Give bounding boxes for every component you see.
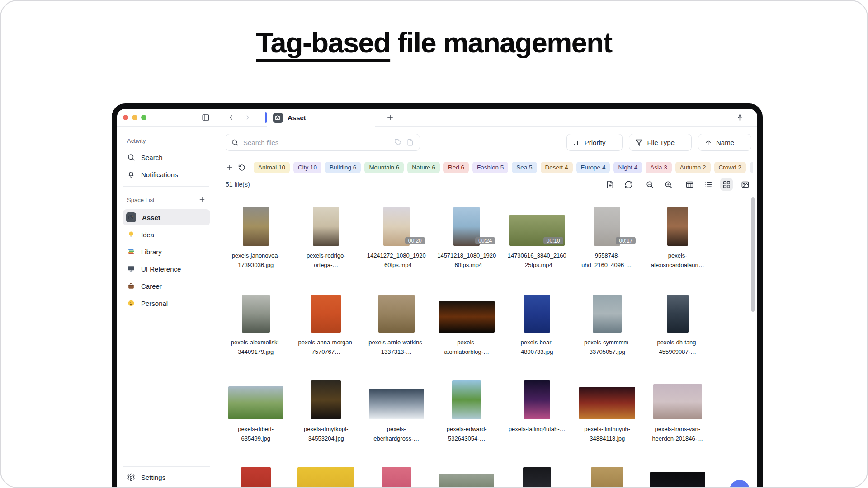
file-card[interactable]: 00:10 14730616_3840_2160_25fps.mp4 — [502, 207, 572, 294]
file-card[interactable] — [361, 467, 432, 488]
file-card[interactable]: pexels-alexmoliski-34409179.jpg — [221, 294, 291, 380]
table-view-button[interactable] — [683, 178, 696, 191]
grid-view-button[interactable] — [720, 178, 733, 191]
sidebar-activity-list: Search Notifications — [123, 149, 210, 183]
list-view-button[interactable] — [702, 178, 714, 191]
file-card[interactable]: pexels-dh-tang-455909087-… — [642, 294, 713, 380]
file-card[interactable]: pexels-eberhardgross-… — [361, 380, 432, 467]
file-name: 14241272_1080_1920_60fps.mp4 — [367, 251, 426, 270]
sort-button-file-type[interactable]: File Type — [629, 134, 692, 151]
nav-back-icon[interactable] — [227, 114, 235, 121]
file-card[interactable] — [221, 467, 291, 488]
tag-filter-icon[interactable] — [394, 139, 402, 146]
reset-tags-button[interactable] — [238, 164, 246, 172]
file-card[interactable]: 00:20 14241272_1080_1920_60fps.mp4 — [361, 207, 432, 294]
file-card[interactable]: pexels-bear-4890733.jpg — [502, 294, 572, 380]
file-card[interactable] — [502, 467, 572, 488]
tag-chip-red[interactable]: Red 6 — [443, 162, 469, 173]
sort-button-priority[interactable]: Priority — [566, 134, 623, 151]
sidebar-item-search[interactable]: Search — [123, 149, 210, 165]
tag-chip-animal[interactable]: Animal 10 — [254, 162, 290, 173]
file-card[interactable]: pexels-rodrigo-ortega-… — [291, 207, 362, 294]
tag-chip-night[interactable]: Night 4 — [613, 162, 642, 173]
table-icon — [685, 180, 694, 189]
tag-chip-crowd[interactable]: Crowd 2 — [714, 162, 746, 173]
image-view-button[interactable] — [739, 178, 751, 191]
new-tab-button[interactable] — [386, 113, 394, 122]
sidebar-space-career[interactable]: Career — [123, 278, 210, 294]
tag-chip-europe[interactable]: Europe 4 — [576, 162, 610, 173]
sidebar-space-asset[interactable]: Asset — [123, 209, 210, 225]
tag-chip-autumn[interactable]: Autumn 2 — [675, 162, 711, 173]
monitor-icon — [127, 265, 135, 273]
search-icon — [231, 139, 239, 146]
pin-icon[interactable] — [736, 114, 744, 122]
add-space-button[interactable] — [198, 196, 206, 203]
sidebar-item-settings[interactable]: Settings — [123, 470, 210, 484]
file-name: pexels-bear-4890733.jpg — [507, 338, 567, 357]
file-card[interactable] — [432, 467, 502, 488]
floating-action-button[interactable] — [730, 480, 750, 488]
sidebar-item-notifications[interactable]: Notifications — [123, 166, 210, 183]
clipped-tag-chip — [750, 162, 753, 173]
tag-chip-building[interactable]: Building 6 — [325, 162, 361, 173]
sidebar-space-ui-reference[interactable]: UI Reference — [123, 261, 210, 277]
tag-chip-desert[interactable]: Desert 4 — [541, 162, 573, 173]
add-tag-button[interactable] — [226, 164, 234, 172]
page-title-underlined: Tag-based — [256, 27, 390, 58]
file-card[interactable]: pexels-alexisricardoalauri… — [642, 207, 713, 294]
toggle-sidebar-icon[interactable] — [202, 113, 210, 122]
import-file-button[interactable] — [604, 178, 616, 191]
zoom-out-icon — [646, 180, 654, 189]
tag-chip-city[interactable]: City 10 — [293, 162, 321, 173]
search-input[interactable] — [226, 134, 420, 151]
tab-asset[interactable]: Asset — [267, 109, 375, 127]
file-card[interactable]: pexels-arnie-watkins-1337313-… — [361, 294, 432, 380]
nav-forward-icon[interactable] — [244, 114, 251, 121]
thumbnail-wrap — [361, 467, 432, 488]
file-card[interactable]: pexels-cymmmm-33705057.jpg — [572, 294, 643, 380]
thumbnail-wrap: 00:17 — [572, 207, 643, 246]
file-name: pexels-dmytkopl-34553204.jpg — [296, 425, 356, 444]
file-card[interactable] — [572, 467, 643, 488]
file-card[interactable]: pexels-janonovoa-17393036.jpg — [221, 207, 291, 294]
file-card[interactable]: 00:17 9558748-uhd_2160_4096_… — [572, 207, 643, 294]
file-card[interactable]: pexels-atomlaborblog-… — [432, 294, 502, 380]
file-card[interactable]: pexels-dibert-635499.jpg — [221, 380, 291, 467]
file-card[interactable]: pexels-edward-532643054-… — [432, 380, 502, 467]
file-thumbnail — [382, 467, 411, 488]
sidebar-space-idea[interactable]: Idea — [123, 226, 210, 243]
list-icon — [704, 180, 712, 189]
file-card[interactable]: 00:24 14571218_1080_1920_60fps.mp4 — [432, 207, 502, 294]
file-card[interactable] — [642, 467, 713, 488]
tag-chip-mountain[interactable]: Mountain 6 — [364, 162, 404, 173]
file-filter-icon[interactable] — [406, 139, 414, 146]
thumbnail-wrap — [642, 207, 713, 246]
file-name: pexels-falling4utah-… — [507, 425, 567, 434]
file-card[interactable] — [291, 467, 362, 488]
sidebar-space-personal[interactable]: Personal — [123, 295, 210, 311]
sidebar-bottom: Settings — [123, 466, 210, 488]
arrow-up-icon — [704, 139, 712, 146]
sidebar-space-list: Asset Idea Library UI Reference — [123, 209, 210, 311]
maximize-window-button[interactable] — [141, 115, 146, 120]
close-window-button[interactable] — [123, 115, 128, 120]
thumbnail-wrap — [432, 294, 502, 333]
file-card[interactable]: pexels-flinthuynh-34884118.jpg — [572, 380, 643, 467]
file-card[interactable]: pexels-frans-van-heerden-201846-… — [642, 380, 713, 467]
zoom-out-button[interactable] — [643, 178, 656, 191]
sort-button-name[interactable]: Name — [698, 134, 751, 151]
minimize-window-button[interactable] — [132, 115, 137, 120]
file-card[interactable]: pexels-anna-morgan-7570767… — [291, 294, 362, 380]
refresh-button[interactable] — [622, 178, 635, 191]
tag-chip-fashion[interactable]: Fashion 5 — [472, 162, 508, 173]
file-card[interactable]: pexels-dmytkopl-34553204.jpg — [291, 380, 362, 467]
tag-chip-nature[interactable]: Nature 6 — [407, 162, 440, 173]
file-name: pexels-arnie-watkins-1337313-… — [367, 338, 426, 357]
zoom-in-button[interactable] — [662, 178, 675, 191]
vertical-scrollbar[interactable] — [751, 197, 755, 312]
tag-chip-asia[interactable]: Asia 3 — [646, 162, 672, 173]
sidebar-space-library[interactable]: Library — [123, 244, 210, 260]
file-card[interactable]: pexels-falling4utah-… — [502, 380, 572, 467]
tag-chip-sea[interactable]: Sea 5 — [512, 162, 537, 173]
